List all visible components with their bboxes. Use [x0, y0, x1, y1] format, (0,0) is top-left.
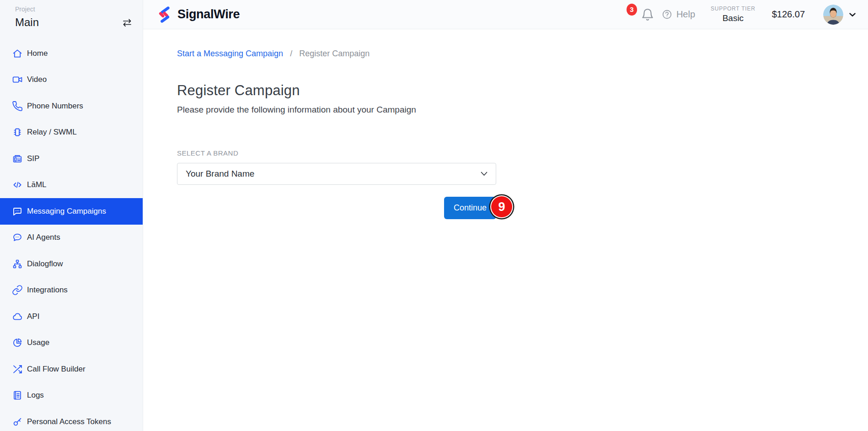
annotation-marker-number: 9: [498, 200, 505, 214]
notification-count-badge: 3: [627, 4, 637, 16]
breadcrumb-current: Register Campaign: [299, 49, 370, 58]
sidebar-item-logs[interactable]: Logs: [0, 383, 143, 409]
support-tier: SUPPORT TIER Basic: [711, 5, 755, 23]
register-campaign-form: SELECT A BRAND Your Brand Name Continue …: [177, 149, 496, 219]
switch-project-icon[interactable]: [122, 17, 133, 28]
brand-name: SignalWire: [177, 7, 240, 22]
sidebar-item-ai-agents[interactable]: AI Agents: [0, 225, 143, 251]
sidebar-item-label: Phone Numbers: [27, 102, 83, 111]
sidebar-item-home[interactable]: Home: [0, 40, 143, 67]
brand-logo[interactable]: SignalWire: [157, 6, 240, 23]
sip-phone-icon: [12, 153, 23, 164]
breadcrumb-separator: /: [290, 49, 292, 58]
notifications-button[interactable]: 3: [641, 8, 654, 22]
sidebar-item-label: Personal Access Tokens: [27, 417, 111, 426]
sidebar-item-personal-access-tokens[interactable]: Personal Access Tokens: [0, 409, 143, 431]
annotation-marker-9: 9: [491, 196, 512, 217]
sidebar-item-label: Call Flow Builder: [27, 365, 86, 374]
sidebar-item-laml[interactable]: LāML: [0, 172, 143, 199]
sidebar-item-phone-numbers[interactable]: Phone Numbers: [0, 93, 143, 119]
signalwire-logo-icon: [157, 6, 171, 23]
topbar: SignalWire 3 Help SUPPORT TIE: [143, 0, 868, 29]
link-icon: [12, 285, 23, 296]
sidebar-item-label: AI Agents: [27, 233, 60, 242]
support-tier-label: SUPPORT TIER: [711, 5, 755, 12]
sidebar-item-integrations[interactable]: Integrations: [0, 277, 143, 304]
cloud-icon: [12, 311, 23, 322]
ai-bubble-icon: [12, 232, 23, 243]
breadcrumb-link[interactable]: Start a Messaging Campaign: [177, 49, 283, 58]
help-button[interactable]: Help: [662, 9, 695, 20]
video-icon: [12, 74, 23, 85]
breadcrumb: Start a Messaging Campaign / Register Ca…: [177, 48, 868, 59]
sidebar-item-label: Dialogflow: [27, 259, 63, 269]
chat-bubble-icon: [12, 206, 23, 217]
sidebar-item-label: Messaging Campaigns: [27, 207, 106, 216]
sidebar-item-label: Logs: [27, 391, 44, 400]
journal-icon: [12, 390, 23, 401]
help-label: Help: [676, 9, 695, 20]
sidebar-item-messaging-campaigns[interactable]: Messaging Campaigns: [0, 198, 143, 225]
home-icon: [12, 48, 23, 59]
main-content: Start a Messaging Campaign / Register Ca…: [143, 29, 868, 431]
sidebar-item-label: Relay / SWML: [27, 128, 77, 137]
sidebar-item-label: SIP: [27, 154, 39, 163]
form-actions: Continue 9: [177, 197, 496, 219]
project-label: Project: [15, 5, 133, 13]
sidebar-item-label: LāML: [27, 180, 47, 189]
account-balance[interactable]: $126.07: [772, 9, 805, 20]
page-subtitle: Please provide the following information…: [177, 104, 868, 115]
project-name: Main: [15, 16, 133, 29]
sidebar-item-label: Home: [27, 49, 48, 58]
topbar-right: 3 Help SUPPORT TIER Basic $126.: [641, 5, 857, 25]
sidebar-item-label: API: [27, 312, 39, 321]
shuffle-icon: [12, 364, 23, 375]
project-switcher: Project Main: [0, 0, 143, 29]
sidebar-item-label: Integrations: [27, 286, 68, 295]
sidebar: Project Main Home Vid: [0, 0, 143, 431]
sidebar-item-dialogflow[interactable]: Dialogflow: [0, 251, 143, 277]
sidebar-item-usage[interactable]: Usage: [0, 330, 143, 356]
sidebar-item-video[interactable]: Video: [0, 67, 143, 93]
sidebar-item-label: Video: [27, 75, 47, 84]
phone-icon: [12, 101, 23, 112]
bell-icon: [641, 8, 654, 22]
sidebar-item-api[interactable]: API: [0, 303, 143, 330]
support-tier-value: Basic: [711, 13, 755, 23]
key-icon: [12, 416, 23, 427]
continue-button[interactable]: Continue: [444, 197, 496, 219]
pie-chart-icon: [12, 337, 23, 348]
brand-select-value: Your Brand Name: [186, 169, 254, 179]
page-title: Register Campaign: [177, 82, 868, 99]
sidebar-item-relay-swml[interactable]: Relay / SWML: [0, 119, 143, 146]
chevron-down-icon[interactable]: [847, 10, 857, 20]
sidebar-item-label: Usage: [27, 338, 49, 347]
chip-icon: [12, 127, 23, 138]
sidebar-item-sip[interactable]: SIP: [0, 145, 143, 172]
brand-select[interactable]: Your Brand Name: [177, 163, 496, 185]
sidebar-nav: Home Video Phone Numbers: [0, 40, 143, 431]
select-chevron-icon: [481, 172, 488, 176]
question-icon: [662, 9, 672, 20]
sidebar-item-call-flow-builder[interactable]: Call Flow Builder: [0, 356, 143, 383]
select-brand-label: SELECT A BRAND: [177, 149, 496, 157]
avatar[interactable]: [823, 5, 843, 25]
code-icon: [12, 179, 23, 190]
sitemap-icon: [12, 259, 23, 269]
